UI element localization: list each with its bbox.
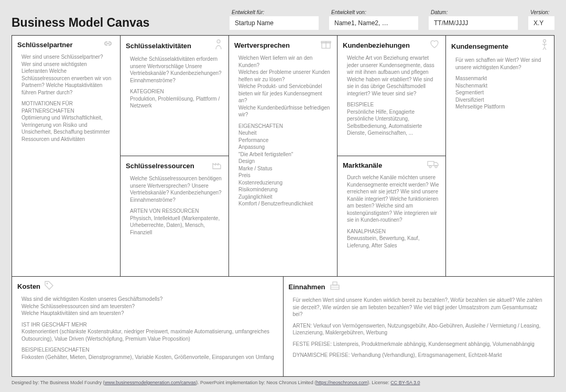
footer-prefix: Designed by: The Business Model Foundry … [12, 380, 104, 385]
block-costs: Kosten Was sind die wichtigsten Kosten u… [12, 277, 284, 376]
block-segments: Kundensegmente Für wen schaffen wir Wert… [446, 36, 554, 276]
gift-icon [320, 39, 332, 51]
footer-link-2[interactable]: https://neoschronos.com [316, 380, 367, 385]
meta-for-label: Entwickelt für: [230, 9, 319, 15]
footer-link-3[interactable]: CC BY-SA 3.0 [390, 380, 420, 385]
person-icon [214, 39, 223, 52]
footer-mid: ). PowerPoint implementation by: Neos Ch… [196, 380, 316, 385]
meta-for-input[interactable] [230, 16, 319, 30]
meta-by: Entwickelt von: [329, 9, 418, 30]
block-relationships: Kundenbeziehungen Welche Art von Beziehu… [338, 36, 445, 156]
factory-icon [212, 159, 223, 172]
canvas-top-row: Schlüsselpartner Wer sind unsere Schlüss… [12, 36, 554, 277]
costs-sub2: BEISPIELEIGENSCHAFTEN Fixkosten (Gehälte… [21, 346, 277, 361]
activities-q: Welche Schlüsselaktivitäten erfordern un… [130, 56, 222, 84]
canvas: Schlüsselpartner Wer sind unsere Schlüss… [12, 35, 554, 377]
segments-q: Für wen schaffen wir Wert? Wer sind unse… [455, 57, 548, 71]
svg-point-0 [217, 40, 220, 43]
segments-sub: Massenmarkt Nischenmarkt Segmentiert Div… [455, 75, 548, 111]
relationships-q: Welche Art von Beziehung erwartet jeder … [347, 55, 439, 97]
block-channels: Marktkanäle Durch welche Kanäle möchten … [338, 156, 445, 276]
partners-sub: MOTIVATIONEN FÜR PARTNERSCHAFTEN Optimie… [21, 100, 114, 143]
person-standing-icon [540, 39, 549, 53]
value-q: Welchen Wert liefern wir an den Kunden? … [238, 55, 331, 118]
block-resources: Schlüsselressourcen Welche Schlüsselress… [121, 156, 228, 276]
meta-date-input[interactable] [429, 16, 518, 30]
footer-suffix: ). License: [367, 380, 390, 385]
svg-rect-4 [428, 161, 434, 166]
meta-version-label: Version: [528, 9, 554, 15]
revenue-q: Für welchen Wert sind unsere Kunden wirk… [293, 297, 548, 318]
costs-sub1: IST IHR GESCHÄFT MEHR Kostenorientiert (… [21, 321, 277, 343]
resources-title: Schlüsselressourcen [126, 162, 194, 170]
truck-icon [427, 159, 440, 171]
partners-title: Schlüsselpartner [17, 41, 73, 49]
svg-rect-10 [333, 282, 337, 285]
channels-sub: KANALPHASEN Bewusstsein, Bewertung, Kauf… [347, 228, 439, 249]
meta-by-label: Entwickelt von: [329, 9, 418, 15]
svg-point-7 [543, 40, 546, 42]
cash-register-icon [329, 280, 341, 293]
relationships-title: Kundenbeziehungen [343, 41, 410, 49]
meta-date-label: Datum: [429, 9, 518, 15]
activities-sub: KATEGORIEN Produktion, Problemlösung, Pl… [130, 88, 222, 110]
relationships-sub: BEISPIELE Persönliche Hilfe, Engagierte … [347, 101, 439, 137]
revenue-title: Einnahmen [289, 283, 325, 291]
link-icon [101, 39, 115, 50]
costs-q: Was sind die wichtigsten Kosten unseres … [21, 296, 277, 317]
header: Business Model Canvas Entwickelt für: En… [12, 9, 554, 30]
svg-point-6 [435, 166, 437, 168]
costs-title: Kosten [17, 282, 40, 290]
channels-q: Durch welche Kanäle möchten unsere Kunde… [347, 174, 439, 224]
resources-sub: ARTEN VON RESSOURCEN Physisch, Intellekt… [130, 208, 222, 236]
meta-date: Datum: [429, 9, 518, 30]
block-value: Wertversprechen Welchen Wert liefern wir… [229, 36, 338, 276]
meta-version-input[interactable] [528, 16, 554, 30]
block-revenue: Einnahmen Für welchen Wert sind unsere K… [284, 277, 554, 376]
meta-version: Version: [528, 9, 554, 30]
revenue-sub2: FESTE PREISE: Listenpreis, Produktmerkma… [293, 341, 548, 348]
tag-icon [43, 280, 55, 292]
segments-title: Kundensegmente [451, 42, 508, 50]
svg-point-8 [47, 283, 48, 285]
svg-point-5 [429, 166, 431, 168]
value-title: Wertversprechen [234, 41, 290, 49]
channels-title: Marktkanäle [343, 161, 382, 169]
footer-link-1[interactable]: www.businessmodelgeneration.com/canvas [104, 380, 196, 385]
page-title: Business Model Canvas [12, 16, 165, 30]
resources-q: Welche Schlüsselressourcen benötigen uns… [130, 175, 222, 203]
heart-icon [429, 39, 440, 51]
col-relationships-channels: Kundenbeziehungen Welche Art von Beziehu… [338, 36, 446, 276]
revenue-sub1: ARTEN: Verkauf von Vermögenswerten, Nutz… [293, 322, 548, 336]
partners-q: Wer sind unsere Schlüsselpartner? Wer si… [21, 53, 114, 96]
col-activities-resources: Schlüsselaktivitäten Welche Schlüsselakt… [121, 36, 229, 276]
value-sub: EIGENSCHAFTEN Neuheit Performance Anpass… [238, 123, 331, 208]
revenue-sub3: DYNAMISCHE PREISE: Verhandlung (Verhandl… [293, 352, 548, 359]
activities-title: Schlüsselaktivitäten [126, 42, 191, 50]
canvas-bottom-row: Kosten Was sind die wichtigsten Kosten u… [12, 277, 554, 376]
meta-for: Entwickelt für: [230, 9, 319, 30]
block-activities: Schlüsselaktivitäten Welche Schlüsselakt… [121, 36, 228, 156]
block-partners: Schlüsselpartner Wer sind unsere Schlüss… [12, 36, 121, 276]
meta-by-input[interactable] [329, 16, 418, 30]
page: Business Model Canvas Entwickelt für: En… [0, 0, 566, 392]
footer: Designed by: The Business Model Foundry … [12, 377, 554, 385]
